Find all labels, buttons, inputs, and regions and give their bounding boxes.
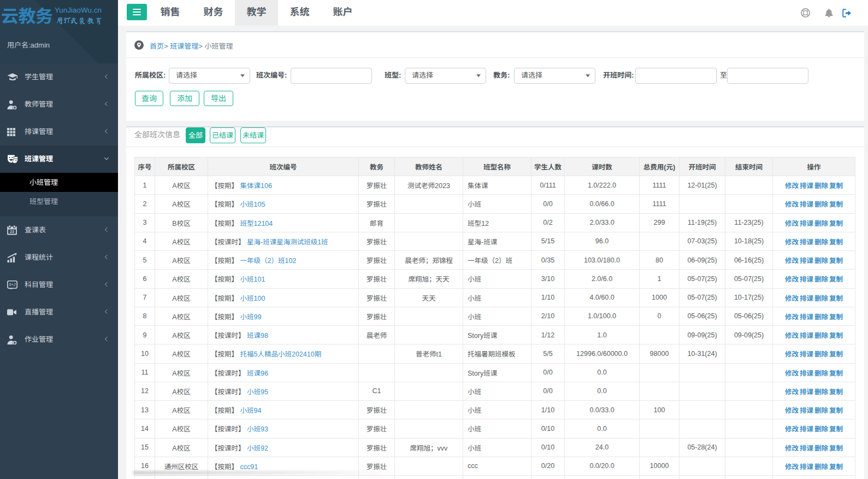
svg-text:23: 23 <box>10 230 14 233</box>
svg-text:5+2: 5+2 <box>9 282 16 287</box>
